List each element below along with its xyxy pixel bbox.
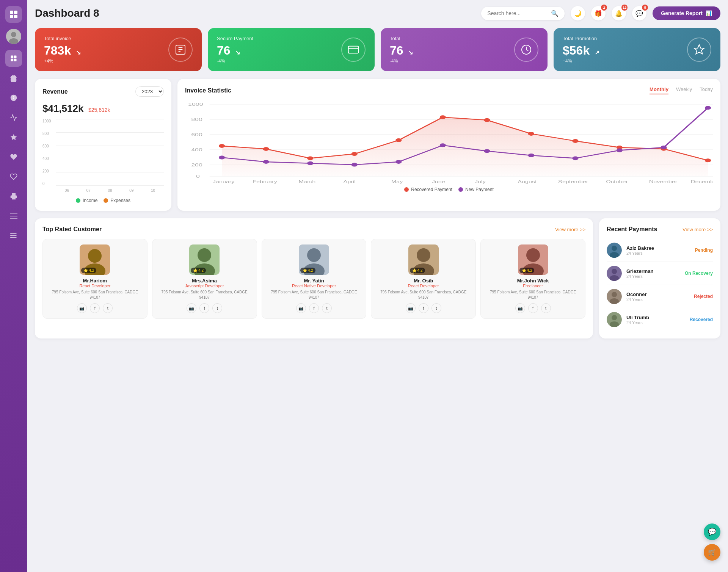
stat-value-promo: $56k ↗ [563, 44, 599, 58]
sidebar-item-star[interactable] [5, 129, 22, 146]
cart-float-btn[interactable]: 🛒 [704, 544, 720, 561]
bars-container [56, 119, 164, 186]
sidebar-item-print[interactable] [5, 188, 22, 205]
stat-icon-payment [341, 38, 366, 62]
svg-text:June: June [432, 180, 445, 184]
svg-point-65 [705, 106, 711, 110]
payment-status-1: On Recovery [685, 271, 713, 276]
twitter-icon-3[interactable]: t [431, 303, 441, 313]
svg-rect-3 [14, 15, 17, 18]
logo[interactable] [5, 6, 22, 23]
instagram-icon-1[interactable]: 📷 [187, 303, 196, 313]
facebook-icon-2[interactable]: f [309, 303, 319, 313]
svg-point-42 [219, 144, 225, 148]
customers-card: Top Rated Customer View more >> ⭐ 4.2 Mr… [35, 218, 593, 338]
svg-rect-26 [348, 46, 359, 53]
invoice-line-chart: 1000 800 600 400 200 0 [185, 100, 713, 184]
svg-rect-13 [10, 213, 17, 214]
payment-name-2: Oconner [626, 291, 689, 297]
facebook-icon-3[interactable]: f [419, 303, 428, 313]
sidebar-item-list[interactable] [5, 227, 22, 244]
svg-point-19 [10, 233, 11, 234]
search-box[interactable]: 🔍 [481, 7, 565, 20]
svg-point-55 [263, 160, 269, 164]
sidebar-item-analytics[interactable] [5, 109, 22, 126]
gift-btn[interactable]: 🎁 2 [591, 6, 606, 20]
expenses-label: Expenses [110, 198, 130, 203]
support-float-btn[interactable]: 💬 [704, 523, 720, 540]
svg-text:600: 600 [191, 132, 202, 137]
customer-addr-0: 795 Folsom Ave, Suite 600 San Francisco,… [47, 290, 143, 300]
payments-header: Recent Payments View more >> [607, 226, 713, 233]
sidebar-item-info[interactable] [5, 89, 22, 106]
customer-card-1: ⭐ 4.2 Mrs.Asima Javascript Developer 795… [152, 239, 257, 319]
customer-role-0: React Developer [47, 284, 143, 288]
facebook-icon-1[interactable]: f [199, 303, 209, 313]
instagram-icon-4[interactable]: 📷 [515, 303, 525, 313]
svg-point-94 [612, 246, 617, 251]
svg-text:July: July [475, 180, 486, 184]
line-chart-svg: 1000 800 600 400 200 0 [185, 100, 713, 184]
twitter-icon-0[interactable]: t [103, 303, 113, 313]
legend-recovered: Recovered Payment [404, 187, 452, 192]
payments-view-more[interactable]: View more >> [682, 227, 713, 232]
social-icons-1: 📷 f t [156, 303, 253, 313]
stat-info-promo: Total Promotion $56k ↗ +4% [563, 36, 599, 64]
invoice-header: Invoice Statistic Monthly Weekly Today [185, 86, 713, 94]
search-input[interactable] [487, 10, 548, 16]
customers-view-more[interactable]: View more >> [555, 227, 585, 232]
svg-rect-2 [10, 15, 13, 18]
instagram-icon-3[interactable]: 📷 [406, 303, 416, 313]
svg-rect-18 [11, 237, 17, 238]
instagram-icon-2[interactable]: 📷 [296, 303, 306, 313]
customer-role-1: Javascript Developer [156, 284, 253, 288]
customer-img-1: ⭐ 4.2 [189, 244, 220, 275]
social-icons-4: 📷 f t [485, 303, 581, 313]
tab-weekly[interactable]: Weekly [676, 86, 692, 94]
customer-img-3: ⭐ 4.2 [408, 244, 439, 275]
rating-badge-3: ⭐ 4.2 [410, 268, 425, 273]
user-avatar[interactable] [6, 29, 21, 44]
svg-point-47 [440, 115, 446, 119]
customer-card-4: ⭐ 4.2 Mr.John Wick Freelancer 795 Folsom… [480, 239, 585, 319]
customer-img-2: ⭐ 4.2 [299, 244, 329, 275]
svg-rect-17 [11, 235, 17, 236]
customer-grid: ⭐ 4.2 Mr.Hariom React Developer 795 Fols… [42, 239, 585, 319]
stat-info-total: Total 76 ↘ -4% [390, 36, 413, 64]
bell-btn[interactable]: 🔔 12 [612, 6, 626, 20]
rating-badge-0: ⭐ 4.2 [81, 268, 96, 273]
svg-text:September: September [558, 180, 588, 184]
tab-today[interactable]: Today [700, 86, 713, 94]
instagram-icon-0[interactable]: 📷 [77, 303, 87, 313]
payment-name-1: Griezerman [626, 268, 680, 274]
svg-text:November: November [649, 180, 678, 184]
sidebar-item-dashboard[interactable] [5, 50, 22, 67]
stat-label-payment: Secure Payment [217, 36, 253, 41]
theme-toggle-btn[interactable]: 🌙 [571, 6, 585, 20]
revenue-amount: $41,512k [42, 103, 83, 114]
svg-text:200: 200 [191, 163, 202, 167]
payment-status-2: Rejected [694, 294, 713, 299]
svg-point-48 [484, 118, 490, 122]
chat-btn[interactable]: 💬 5 [632, 6, 646, 20]
sidebar-item-settings[interactable] [5, 70, 22, 86]
sidebar-item-heart2[interactable] [5, 168, 22, 185]
svg-text:1000: 1000 [188, 102, 203, 107]
twitter-icon-2[interactable]: t [322, 303, 332, 313]
facebook-icon-0[interactable]: f [90, 303, 100, 313]
rating-badge-4: ⭐ 4.2 [519, 268, 535, 273]
revenue-card: Revenue 2023 2022 2021 $41,512k $25,612k… [35, 79, 171, 211]
payment-item-0: Aziz Bakree 24 Years Pending [607, 239, 713, 262]
generate-report-button[interactable]: Generate Report 📊 [653, 6, 720, 20]
sidebar-item-heart[interactable] [5, 149, 22, 165]
tab-monthly[interactable]: Monthly [650, 86, 668, 94]
sidebar-item-menu[interactable] [5, 208, 22, 224]
invoice-card: Invoice Statistic Monthly Weekly Today [177, 79, 720, 211]
year-select[interactable]: 2023 2022 2021 [135, 86, 164, 97]
facebook-icon-4[interactable]: f [528, 303, 538, 313]
twitter-icon-1[interactable]: t [212, 303, 222, 313]
payment-avatar-2 [607, 289, 622, 304]
stats-grid: Total invoice 783k ↘ +4% Secure Payment … [35, 28, 720, 71]
twitter-icon-4[interactable]: t [541, 303, 551, 313]
svg-rect-0 [10, 11, 13, 14]
